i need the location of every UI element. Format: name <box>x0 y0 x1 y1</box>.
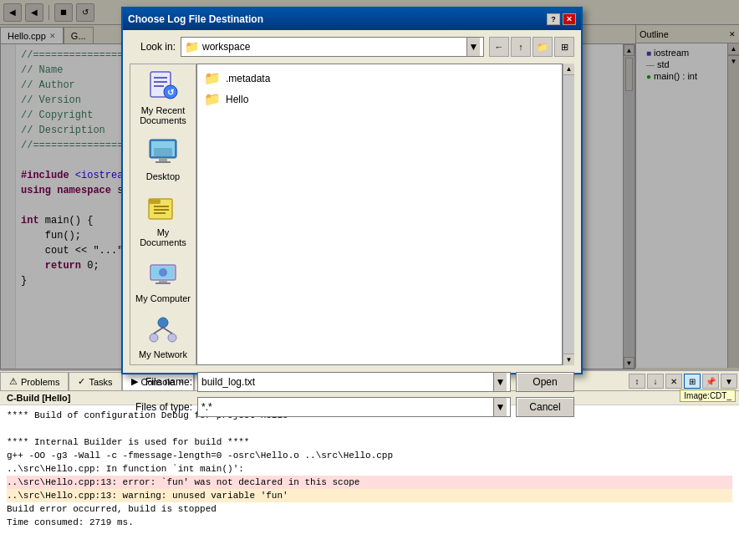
lookin-label: Look in: <box>130 41 176 53</box>
svg-rect-14 <box>154 209 169 211</box>
lookin-value: workspace <box>202 41 463 53</box>
console-line: Build error occurred, build is stopped <box>7 502 732 516</box>
filename-label: File name: <box>130 376 192 388</box>
console-line: Time consumed: 2719 ms. <box>7 516 732 529</box>
svg-text:↺: ↺ <box>167 88 175 97</box>
my-network-icon <box>146 313 180 347</box>
clear-btn[interactable]: ✕ <box>665 374 682 389</box>
scroll-end-btn[interactable]: ↓ <box>647 374 664 389</box>
svg-line-25 <box>163 328 172 333</box>
svg-point-22 <box>150 333 158 342</box>
pin-btn[interactable]: 📌 <box>702 374 719 389</box>
tab-label: Problems <box>21 377 59 387</box>
lookin-row: Look in: 📁 workspace ▼ ← ↑ 📁 ⊞ <box>130 37 574 57</box>
cdt-label: Image:CDT_ <box>680 389 736 402</box>
tab-problems[interactable]: ⚠ Problems <box>0 372 69 390</box>
dialog-title: Choose Log File Destination <box>128 13 263 25</box>
desktop-icon <box>146 135 180 169</box>
svg-rect-1 <box>154 77 167 79</box>
file-list-vscroll[interactable]: ▲ ▼ <box>563 64 574 365</box>
filename-row: File name: build_log.txt ▼ Open <box>130 372 574 392</box>
svg-point-20 <box>159 268 167 277</box>
filetype-label: Files of type: <box>130 401 192 413</box>
scroll-up-btn[interactable]: ▲ <box>563 64 574 75</box>
scroll-track[interactable] <box>563 75 574 354</box>
filetype-combo-arrow[interactable]: ▼ <box>493 398 507 416</box>
nav-view-btn[interactable]: ⊞ <box>554 37 574 57</box>
bottom-toolbar: ↕ ↓ ✕ ⊞ 📌 ▼ <box>627 372 739 390</box>
dialog-help-btn[interactable]: ? <box>547 13 560 25</box>
filename-value: build_log.txt <box>201 376 493 388</box>
lookin-combo-arrow[interactable]: ▼ <box>466 38 480 56</box>
console-output: **** Build of configuration Debug for pr… <box>0 405 739 532</box>
lookin-toolbar: ← ↑ 📁 ⊞ <box>489 37 574 57</box>
svg-line-24 <box>154 328 163 333</box>
file-item-metadata[interactable]: 📁 .metadata <box>201 68 558 89</box>
folder-icon: 📁 <box>204 70 221 86</box>
open-button[interactable]: Open <box>516 372 574 392</box>
console-line: g++ -OO -g3 -Wall -c -fmessage-length=0 … <box>7 449 732 462</box>
console-warning-line: ..\src\Hello.cpp:13: warning: unused var… <box>7 489 732 502</box>
cancel-button[interactable]: Cancel <box>516 397 574 417</box>
svg-rect-12 <box>149 199 161 204</box>
filetype-value: *.* <box>201 401 493 413</box>
file-item-label: .metadata <box>226 73 270 84</box>
svg-rect-19 <box>155 283 171 284</box>
filename-combo-arrow[interactable]: ▼ <box>493 373 507 391</box>
svg-rect-9 <box>155 161 171 163</box>
scroll-down-btn[interactable]: ▼ <box>563 354 574 365</box>
svg-rect-10 <box>154 148 172 156</box>
my-computer-icon <box>146 257 180 291</box>
nav-my-network[interactable]: My Network <box>131 308 195 364</box>
nav-panel: ↺ My Recent Documents <box>130 64 196 365</box>
filetype-combo[interactable]: *.* ▼ <box>197 397 511 417</box>
dialog-titlebar: Choose Log File Destination ? ✕ <box>123 8 581 30</box>
folder-icon: 📁 <box>204 91 221 107</box>
console-line: **** Internal Builder is used for build … <box>7 435 732 449</box>
svg-point-23 <box>168 333 176 342</box>
nav-item-label: My Documents <box>135 227 191 247</box>
svg-rect-18 <box>159 280 167 283</box>
nav-my-documents[interactable]: My Documents <box>131 186 195 252</box>
folder-icon: 📁 <box>185 40 199 53</box>
nav-item-label: My Network <box>139 349 187 359</box>
my-documents-icon <box>146 191 180 225</box>
view-btn[interactable]: ⊞ <box>684 374 701 389</box>
dialog-body: Look in: 📁 workspace ▼ ← ↑ 📁 ⊞ <box>123 30 581 424</box>
nav-item-label: My Computer <box>135 293 191 303</box>
nav-recent-docs[interactable]: ↺ My Recent Documents <box>131 64 195 130</box>
filetype-row: Files of type: *.* ▼ Cancel <box>130 397 574 417</box>
nav-up-btn[interactable]: ↑ <box>511 37 531 57</box>
nav-item-label: Desktop <box>146 171 180 181</box>
console-line: ..\src\Hello.cpp: In function `int main(… <box>7 462 732 476</box>
tab-tasks[interactable]: ✓ Tasks <box>69 372 121 390</box>
filename-combo[interactable]: build_log.txt ▼ <box>197 372 511 392</box>
dialog-close-btn[interactable]: ✕ <box>563 13 576 25</box>
scroll-lock-btn[interactable]: ↕ <box>629 374 645 389</box>
recent-docs-icon: ↺ <box>146 69 180 103</box>
nav-item-label: My Recent Documents <box>135 105 191 125</box>
console-line <box>7 422 732 435</box>
dialog-title-buttons: ? ✕ <box>547 13 576 25</box>
tab-label: Tasks <box>89 377 112 387</box>
nav-back-btn[interactable]: ← <box>489 37 509 57</box>
svg-rect-13 <box>154 206 169 207</box>
file-browser: ↺ My Recent Documents <box>130 64 574 365</box>
menu-btn[interactable]: ▼ <box>721 374 737 389</box>
choose-log-dialog: Choose Log File Destination ? ✕ Look in:… <box>121 7 583 374</box>
nav-new-folder-btn[interactable]: 📁 <box>533 37 553 57</box>
file-item-hello[interactable]: 📁 Hello <box>201 89 558 109</box>
file-item-label: Hello <box>226 94 248 105</box>
nav-my-computer[interactable]: My Computer <box>131 252 195 308</box>
svg-rect-3 <box>154 85 164 87</box>
nav-desktop[interactable]: Desktop <box>131 130 195 186</box>
console-error-line: ..\src\Hello.cpp:13: error: `fun' was no… <box>7 476 732 489</box>
svg-point-21 <box>158 318 168 328</box>
file-list[interactable]: 📁 .metadata 📁 Hello <box>196 64 563 365</box>
file-fields: File name: build_log.txt ▼ Open Files of… <box>130 372 574 417</box>
lookin-combo[interactable]: 📁 workspace ▼ <box>181 37 484 57</box>
svg-rect-8 <box>159 158 167 161</box>
svg-rect-15 <box>154 212 166 214</box>
svg-rect-2 <box>154 81 167 83</box>
